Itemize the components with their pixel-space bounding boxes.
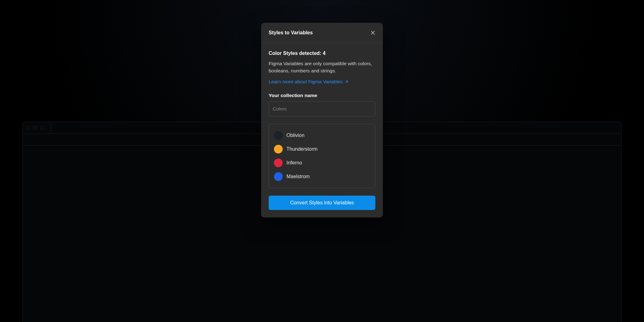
traffic-light-close-icon (27, 126, 30, 130)
color-name-label: Oblivion (286, 133, 305, 138)
list-item: Maelstrom (273, 170, 371, 183)
collection-name-label: Your collection name (269, 93, 375, 98)
traffic-light-zoom-icon (40, 126, 44, 130)
color-swatch-icon (274, 159, 283, 167)
learn-more-text: Learn more about Figma Variables (269, 79, 343, 85)
titlebar-separator (51, 122, 51, 134)
dialog-body: Color Styles detected: 4 Figma Variables… (261, 43, 383, 217)
dialog-header: Styles to Variables (261, 23, 383, 43)
detected-heading: Color Styles detected: 4 (269, 51, 375, 56)
color-swatch-icon (274, 131, 283, 140)
detected-count: 4 (323, 51, 325, 56)
dialog-title: Styles to Variables (269, 30, 313, 36)
color-styles-list: Oblivion Thunderstorm Inferno Maelstrom (269, 124, 375, 188)
svg-line-2 (346, 81, 348, 83)
convert-button[interactable]: Convert Styles into Variables (269, 196, 375, 210)
traffic-lights (27, 126, 51, 130)
list-item: Oblivion (273, 129, 371, 142)
close-button[interactable] (368, 28, 377, 37)
compatibility-description: Figma Variables are only compatible with… (269, 60, 375, 75)
color-swatch-icon (274, 172, 283, 181)
list-item: Thunderstorm (273, 142, 371, 156)
collection-name-input[interactable] (269, 101, 375, 116)
close-icon (370, 30, 376, 36)
color-swatch-icon (274, 145, 283, 154)
color-name-label: Inferno (286, 160, 302, 166)
traffic-light-minimize-icon (33, 126, 37, 130)
styles-to-variables-dialog: Styles to Variables Color Styles detecte… (261, 23, 383, 217)
learn-more-link[interactable]: Learn more about Figma Variables (269, 79, 349, 85)
list-item: Inferno (273, 156, 371, 170)
color-name-label: Thunderstorm (286, 146, 318, 152)
external-link-icon (345, 80, 349, 84)
detected-label: Color Styles detected: (269, 51, 321, 56)
color-name-label: Maelstrom (286, 174, 310, 179)
